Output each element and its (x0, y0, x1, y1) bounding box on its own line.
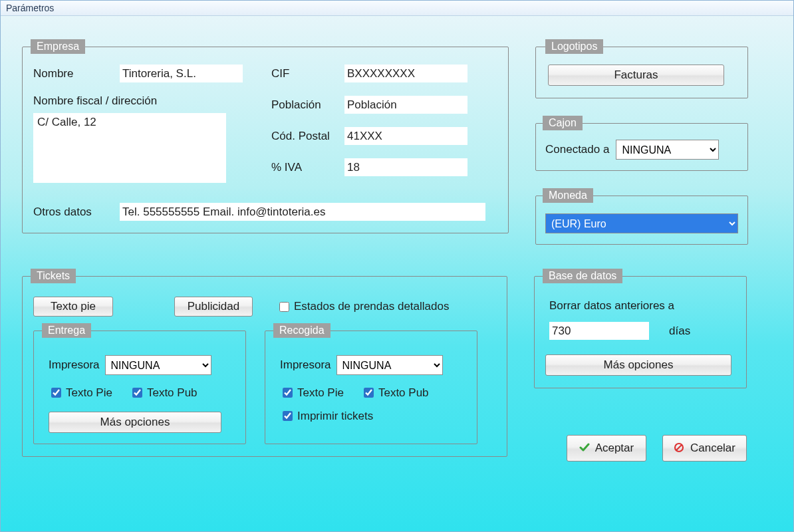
borrar-label: Borrar datos anteriores a (549, 299, 735, 313)
recogida-legend: Recogida (273, 323, 331, 338)
entrega-legend: Entrega (42, 323, 91, 338)
empresa-group: Empresa Nombre Nombre fiscal / dirección (22, 39, 509, 233)
facturas-button[interactable]: Facturas (548, 65, 724, 86)
dias-field[interactable] (549, 322, 649, 340)
check-icon (579, 442, 590, 453)
otros-field[interactable] (120, 203, 485, 221)
tickets-legend: Tickets (31, 269, 76, 283)
poblacion-label: Población (271, 98, 344, 112)
recogida-impresora-label: Impresora (280, 358, 331, 372)
client-area: Empresa Nombre Nombre fiscal / dirección (1, 17, 793, 531)
entrega-mas-opciones-button[interactable]: Más opciones (49, 412, 221, 433)
entrega-impresora-select[interactable]: NINGUNA (105, 355, 211, 375)
entrega-texto-pub-checkbox[interactable]: Texto Pub (130, 386, 198, 400)
dias-label: días (669, 325, 690, 338)
tickets-group: Tickets Texto pie Publicidad Estados de … (22, 269, 507, 457)
logotipos-legend: Logotipos (545, 39, 603, 54)
texto-pie-button[interactable]: Texto pie (33, 297, 113, 317)
logotipos-group: Logotipos Facturas (535, 39, 748, 98)
cp-field[interactable] (344, 127, 467, 145)
svg-line-1 (676, 445, 682, 450)
cp-label: Cód. Postal (271, 130, 344, 143)
recogida-impresora-select[interactable]: NINGUNA (336, 355, 443, 375)
recogida-group: Recogida Impresora NINGUNA Texto Pie (265, 323, 477, 444)
cancelar-button[interactable]: Cancelar (662, 435, 747, 462)
window-title: Parámetros (6, 3, 54, 13)
conectado-label: Conectado a (545, 143, 609, 156)
empresa-legend: Empresa (31, 39, 85, 54)
entrega-group: Entrega Impresora NINGUNA Texto Pie (33, 323, 246, 444)
basedatos-group: Base de datos Borrar datos anteriores a … (534, 269, 747, 388)
moneda-select[interactable]: (EUR) Euro (545, 213, 738, 233)
fiscal-field[interactable] (33, 113, 226, 183)
otros-label: Otros datos (33, 205, 120, 219)
basedatos-mas-opciones-button[interactable]: Más opciones (545, 354, 731, 376)
basedatos-legend: Base de datos (543, 269, 622, 283)
recogida-imprimir-checkbox[interactable]: Imprimir tickets (280, 409, 373, 423)
entrega-texto-pie-checkbox[interactable]: Texto Pie (49, 386, 112, 400)
iva-field[interactable] (344, 158, 467, 176)
moneda-group: Moneda (EUR) Euro (535, 188, 748, 245)
cajon-group: Cajon Conectado a NINGUNA (535, 116, 748, 171)
cif-label: CIF (271, 67, 344, 80)
cajon-legend: Cajon (543, 116, 583, 130)
cancel-icon (674, 442, 684, 453)
cif-field[interactable] (344, 65, 467, 82)
entrega-impresora-label: Impresora (49, 358, 100, 372)
window: Parámetros Empresa Nombre Nombre fiscal … (0, 0, 794, 532)
cajon-select[interactable]: NINGUNA (616, 140, 719, 160)
iva-label: % IVA (271, 161, 344, 174)
nombre-label: Nombre (33, 67, 120, 80)
publicidad-button[interactable]: Publicidad (174, 297, 253, 317)
poblacion-field[interactable] (344, 96, 467, 114)
estados-label: Estados de prendas detallados (294, 300, 449, 313)
nombre-field[interactable] (120, 65, 243, 82)
recogida-texto-pie-checkbox[interactable]: Texto Pie (280, 386, 344, 400)
recogida-texto-pub-checkbox[interactable]: Texto Pub (361, 386, 429, 400)
moneda-legend: Moneda (543, 188, 593, 203)
fiscal-label: Nombre fiscal / dirección (33, 94, 266, 108)
titlebar: Parámetros (1, 1, 793, 16)
aceptar-button[interactable]: Aceptar (567, 435, 646, 462)
estados-checkbox[interactable]: Estados de prendas detallados (277, 300, 449, 314)
